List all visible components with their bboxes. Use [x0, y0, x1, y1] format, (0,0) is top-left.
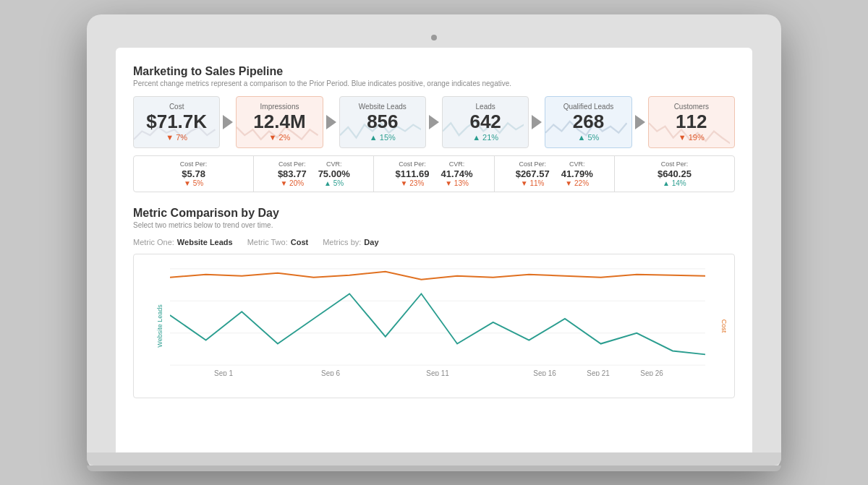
- arrow-2: [323, 96, 339, 148]
- pipeline-card-leads: Leads 642 ▲ 21%: [442, 96, 529, 148]
- laptop-foot: [87, 465, 781, 471]
- metrics-by-label: Metrics by:: [323, 238, 361, 246]
- qualified-leads-change: ▲ 5%: [553, 133, 624, 142]
- metric-two-value[interactable]: Cost: [291, 238, 308, 246]
- cvr-label-4: CVR:: [561, 160, 593, 168]
- laptop-frame: Marketing to Sales Pipeline Percent chan…: [87, 14, 781, 471]
- arrow-4: [529, 96, 545, 148]
- cost-metric-leads: Cost Per: $111.69 ▼ 23% CVR: 41.74% ▼ 13…: [374, 156, 494, 192]
- cost-per-change-5: ▲ 14%: [622, 179, 727, 187]
- cost-per-change-3: ▼ 23%: [395, 179, 429, 187]
- chart-metrics-by: Metrics by: Day: [323, 238, 378, 246]
- pipeline-card-customers: Customers 112 ▼ 19%: [648, 96, 735, 148]
- customers-change: ▼ 19%: [656, 133, 727, 142]
- chart-title: Metric Comparison by Day: [133, 207, 735, 220]
- pipeline-card-cost: Cost $71.7K ▼ 7%: [133, 96, 220, 148]
- website-leads-value: 856: [347, 111, 418, 133]
- cvr-label-2: CVR:: [318, 160, 350, 168]
- metrics-by-value[interactable]: Day: [364, 238, 378, 246]
- cost-per-value-1: $5.78: [180, 168, 208, 179]
- website-leads-change: ▲ 15%: [347, 133, 418, 142]
- arrow-1: [220, 96, 236, 148]
- qualified-leads-label: Qualified Leads: [553, 103, 624, 111]
- cost-per-value-3: $111.69: [395, 168, 429, 179]
- arrow-5: [632, 96, 648, 148]
- leads-change: ▲ 21%: [450, 133, 521, 142]
- chart-area: Website Leads Cost 40 20 0 2K 1K 0K: [133, 254, 735, 398]
- cost-per-value-2: $83.77: [278, 168, 307, 179]
- cost-metric-impressions: Cost Per: $83.77 ▼ 20% CVR: 75.00% ▲ 5%: [254, 156, 374, 192]
- impressions-change: ▼ 2%: [244, 133, 315, 142]
- pipeline-subtitle: Percent change metrics represent a compa…: [133, 80, 735, 87]
- cvr-value-3: 41.74%: [441, 168, 472, 179]
- cost-per-label-4: Cost Per:: [516, 160, 550, 168]
- cost-per-label-2: Cost Per:: [278, 160, 307, 168]
- chart-controls: Metric One: Website Leads Metric Two: Co…: [133, 238, 735, 246]
- impressions-label: Impressions: [244, 103, 315, 111]
- svg-text:Sep 26: Sep 26: [640, 369, 663, 375]
- chart-section: Metric Comparison by Day Select two metr…: [133, 207, 735, 398]
- metric-one-value[interactable]: Website Leads: [177, 238, 233, 246]
- cost-per-change-4: ▼ 11%: [516, 179, 550, 187]
- pipeline-section: Marketing to Sales Pipeline Percent chan…: [133, 65, 735, 192]
- y-label-right: Cost: [721, 319, 728, 332]
- cvr-change-3: ▼ 13%: [441, 179, 472, 187]
- chart-metric-one: Metric One: Website Leads: [133, 238, 233, 246]
- cost-per-label-5: Cost Per:: [622, 160, 727, 168]
- svg-text:Sep 21: Sep 21: [587, 369, 610, 375]
- cost-metrics-row: Cost Per: $5.78 ▼ 5% Cost Per: $83.77 ▼ …: [133, 155, 735, 192]
- chart-metric-two: Metric Two: Cost: [247, 238, 308, 246]
- laptop-camera: [431, 35, 437, 40]
- leads-label: Leads: [450, 103, 521, 111]
- cost-per-label-1: Cost Per:: [180, 160, 208, 168]
- cost-metric-cost: Cost Per: $5.78 ▼ 5%: [134, 156, 254, 192]
- metric-one-label: Metric One:: [133, 238, 174, 246]
- pipeline-cards-row: Cost $71.7K ▼ 7% Impressions 12.4M ▼ 2%: [133, 96, 735, 148]
- svg-text:Sep 11: Sep 11: [426, 369, 449, 375]
- pipeline-card-qualified-leads: Qualified Leads 268 ▲ 5%: [545, 96, 631, 148]
- customers-value: 112: [656, 111, 727, 133]
- cvr-change-4: ▼ 22%: [561, 179, 593, 187]
- y-label-left: Website Leads: [156, 304, 163, 347]
- chart-subtitle: Select two metrics below to trend over t…: [133, 221, 735, 229]
- qualified-leads-value: 268: [553, 111, 624, 133]
- arrow-3: [426, 96, 442, 148]
- impressions-value: 12.4M: [244, 111, 315, 133]
- cost-per-change-1: ▼ 5%: [180, 179, 208, 187]
- cvr-value-4: 41.79%: [561, 168, 593, 179]
- chart-svg: 40 20 0 2K 1K 0K Sep 1 Sep 6 Sep 11 Sep …: [170, 262, 705, 376]
- svg-text:Sep 6: Sep 6: [321, 369, 340, 375]
- cost-per-value-5: $640.25: [622, 168, 727, 179]
- laptop-screen: Marketing to Sales Pipeline Percent chan…: [116, 48, 752, 452]
- cvr-change-2: ▲ 5%: [318, 179, 350, 187]
- pipeline-card-website-leads: Website Leads 856 ▲ 15%: [339, 96, 426, 148]
- cost-metric-qualified-leads: Cost Per: $267.57 ▼ 11% CVR: 41.79% ▼ 22…: [495, 156, 615, 192]
- cost-per-change-2: ▼ 20%: [278, 179, 307, 187]
- cost-per-value-4: $267.57: [516, 168, 550, 179]
- pipeline-card-impressions: Impressions 12.4M ▼ 2%: [236, 96, 323, 148]
- website-leads-label: Website Leads: [347, 103, 418, 111]
- cvr-value-2: 75.00%: [318, 168, 350, 179]
- leads-value: 642: [450, 111, 521, 133]
- laptop-base: [87, 452, 781, 465]
- cost-value: $71.7K: [141, 111, 212, 133]
- cost-label: Cost: [141, 103, 212, 111]
- metric-two-label: Metric Two:: [247, 238, 288, 246]
- cost-change: ▼ 7%: [141, 133, 212, 142]
- svg-text:Sep 16: Sep 16: [533, 369, 556, 375]
- pipeline-title: Marketing to Sales Pipeline: [133, 65, 735, 78]
- svg-text:Sep 1: Sep 1: [214, 369, 233, 375]
- customers-label: Customers: [656, 103, 727, 111]
- cost-per-label-3: Cost Per:: [395, 160, 429, 168]
- cost-metric-customers: Cost Per: $640.25 ▲ 14%: [615, 156, 734, 192]
- cvr-label-3: CVR:: [441, 160, 472, 168]
